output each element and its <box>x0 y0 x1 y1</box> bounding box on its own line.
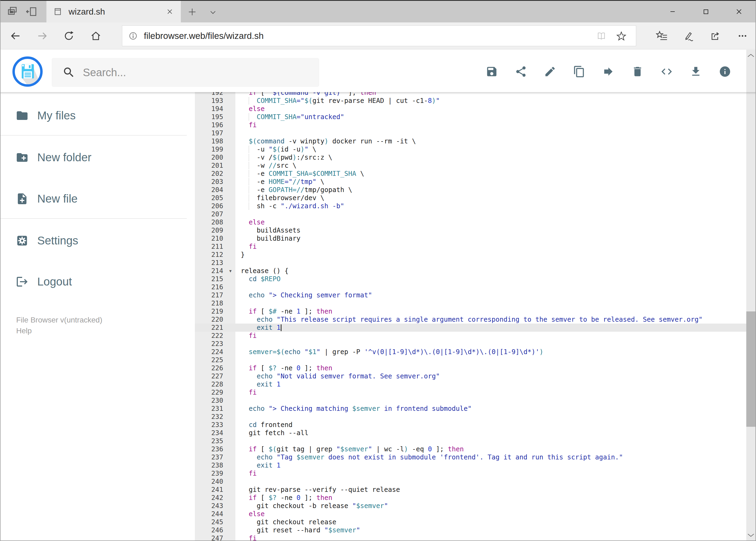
code-line-text[interactable] <box>235 356 746 364</box>
copy-icon[interactable] <box>573 65 586 78</box>
code-line-text[interactable]: echo "Not valid semver format. See semve… <box>235 372 746 380</box>
code-line[interactable]: 229 fi <box>195 388 746 396</box>
code-line-text[interactable]: -e COMMIT_SHA=$COMMIT_SHA \ <box>235 170 746 178</box>
code-line[interactable]: 222 fi <box>195 332 746 340</box>
code-line[interactable]: 237 echo "Tag $semver does not exist in … <box>195 453 746 461</box>
code-line[interactable]: 200 -v /$(pwd):/src:z \ <box>195 154 746 162</box>
favorites-hub-icon[interactable] <box>656 30 668 42</box>
code-line-text[interactable]: if [ $? -ne 0 ]; then <box>235 364 746 372</box>
code-line-text[interactable]: else <box>235 510 746 518</box>
share-icon[interactable] <box>515 65 527 78</box>
code-line[interactable]: 203 -e HOME="//tmp" \ <box>195 178 746 186</box>
code-line[interactable]: 213 <box>195 259 746 267</box>
save-icon[interactable] <box>486 65 498 78</box>
code-line-text[interactable]: git checkout -b release "$semver" <box>235 502 746 510</box>
code-line-text[interactable]: buildAssets <box>235 226 746 235</box>
code-line[interactable]: 195 COMMIT_SHA="untracked" <box>195 113 746 121</box>
code-line-text[interactable]: git fetch --all <box>235 429 746 437</box>
home-icon[interactable] <box>90 30 102 42</box>
code-line-text[interactable]: git rev-parse --verify --quiet release <box>235 486 746 494</box>
sidebar-item-settings[interactable]: Settings <box>16 231 78 250</box>
code-line[interactable]: 245 git checkout release <box>195 518 746 526</box>
code-line[interactable]: 215 cd $REPO <box>195 275 746 283</box>
code-line-text[interactable]: -u "$(id -u)" \ <box>235 145 746 154</box>
code-line[interactable]: 206 sh -c "./wizard.sh -b" <box>195 202 746 210</box>
code-line[interactable]: 228 exit 1 <box>195 380 746 388</box>
code-line[interactable]: 218 <box>195 299 746 307</box>
code-line-text[interactable]: exit 1 <box>235 323 746 332</box>
rename-icon[interactable] <box>544 65 556 78</box>
code-line-text[interactable]: fi <box>235 469 746 477</box>
sidebar-item-logout[interactable]: Logout <box>16 272 72 291</box>
code-line[interactable]: 201 -w //src \ <box>195 162 746 170</box>
code-line[interactable]: 235 <box>195 437 746 445</box>
reading-view-icon[interactable] <box>596 31 607 41</box>
code-line-text[interactable]: if [ "$(command -v git)" ]; then <box>235 92 746 97</box>
code-line-text[interactable]: release () { <box>235 267 746 275</box>
code-line[interactable]: 221 exit 1 <box>195 323 746 332</box>
code-line[interactable]: 219 if [ $# -ne 1 ]; then <box>195 307 746 315</box>
code-line[interactable]: 239 fi <box>195 469 746 477</box>
code-line[interactable]: 223 <box>195 340 746 348</box>
code-line-text[interactable]: COMMIT_SHA="$(git rev-parse HEAD | cut -… <box>235 97 746 105</box>
code-line-text[interactable]: fi <box>235 121 746 129</box>
code-line[interactable]: 199 -u "$(id -u)" \ <box>195 145 746 154</box>
code-line[interactable]: 212} <box>195 251 746 259</box>
code-line-text[interactable]: } <box>235 251 746 259</box>
more-ellipsis-icon[interactable] <box>737 30 748 42</box>
code-line-text[interactable] <box>235 396 746 405</box>
code-line-text[interactable] <box>235 413 746 421</box>
code-line-text[interactable]: cd frontend <box>235 421 746 429</box>
code-line[interactable]: 211 fi <box>195 243 746 251</box>
code-line-text[interactable]: if [ $? -ne 0 ]; then <box>235 494 746 502</box>
forward-icon[interactable] <box>36 30 48 42</box>
search-bar[interactable] <box>52 58 319 87</box>
delete-icon[interactable] <box>631 65 644 78</box>
scroll-down-icon[interactable] <box>747 532 755 538</box>
code-line-text[interactable]: semver=$(echo "$1" | grep -P '^v(0|[1-9]… <box>235 348 746 356</box>
sidebar-item-my-files[interactable]: My files <box>16 106 76 125</box>
download-icon[interactable] <box>690 65 702 78</box>
code-line-text[interactable]: if [ $(git tag | grep "$semver" | wc -l)… <box>235 445 746 453</box>
code-line-text[interactable] <box>235 477 746 486</box>
code-line-text[interactable] <box>235 210 746 218</box>
code-line-text[interactable] <box>235 259 746 267</box>
code-line-text[interactable]: -e HOME="//tmp" \ <box>235 178 746 186</box>
info-icon[interactable] <box>719 65 731 78</box>
code-editor[interactable]: 192 if [ "$(command -v git)" ]; then193 … <box>195 92 746 540</box>
filebrowser-logo[interactable] <box>12 56 43 87</box>
code-line[interactable]: 204 -e GOPATH=//tmp/gopath \ <box>195 186 746 194</box>
code-line[interactable]: 231 echo "> Checking matching $semver in… <box>195 405 746 413</box>
code-line-text[interactable]: else <box>235 105 746 113</box>
code-line[interactable]: 247 fi <box>195 534 746 540</box>
code-line[interactable]: 232 <box>195 413 746 421</box>
code-line-text[interactable]: git checkout release <box>235 518 746 526</box>
code-line-text[interactable]: git reset --hard "$semver" <box>235 526 746 534</box>
code-line-text[interactable]: exit 1 <box>235 380 746 388</box>
scroll-up-icon[interactable] <box>747 52 755 59</box>
close-tab-icon[interactable] <box>166 8 174 16</box>
code-line-text[interactable] <box>235 437 746 445</box>
code-line[interactable]: 217 echo "> Checking semver format" <box>195 291 746 299</box>
back-icon[interactable] <box>9 30 21 42</box>
code-line-text[interactable] <box>235 340 746 348</box>
code-line[interactable]: 243 git checkout -b release "$semver" <box>195 502 746 510</box>
web-note-pen-icon[interactable] <box>682 30 694 42</box>
tab-list-chevron-icon[interactable] <box>208 8 217 17</box>
code-line-text[interactable]: fi <box>235 534 746 540</box>
code-line[interactable]: 210 buildBinary <box>195 235 746 243</box>
new-tab-icon[interactable] <box>187 7 197 17</box>
code-line[interactable]: 236 if [ $(git tag | grep "$semver" | wc… <box>195 445 746 453</box>
page-scrollbar[interactable] <box>746 50 755 540</box>
code-line-text[interactable]: exit 1 <box>235 461 746 469</box>
help-link[interactable]: Help <box>16 326 32 335</box>
code-line-text[interactable]: fi <box>235 243 746 251</box>
code-line[interactable]: 216 <box>195 283 746 291</box>
code-line[interactable]: 224 semver=$(echo "$1" | grep -P '^v(0|[… <box>195 348 746 356</box>
code-line-text[interactable]: filebrowser/dev \ <box>235 194 746 202</box>
code-line-text[interactable]: -e GOPATH=//tmp/gopath \ <box>235 186 746 194</box>
code-line[interactable]: 227 echo "Not valid semver format. See s… <box>195 372 746 380</box>
url-text[interactable]: filebrowser.web/files/wizard.sh <box>144 31 596 41</box>
code-line-text[interactable]: else <box>235 218 746 226</box>
code-line-text[interactable]: echo "> Checking semver format" <box>235 291 746 299</box>
